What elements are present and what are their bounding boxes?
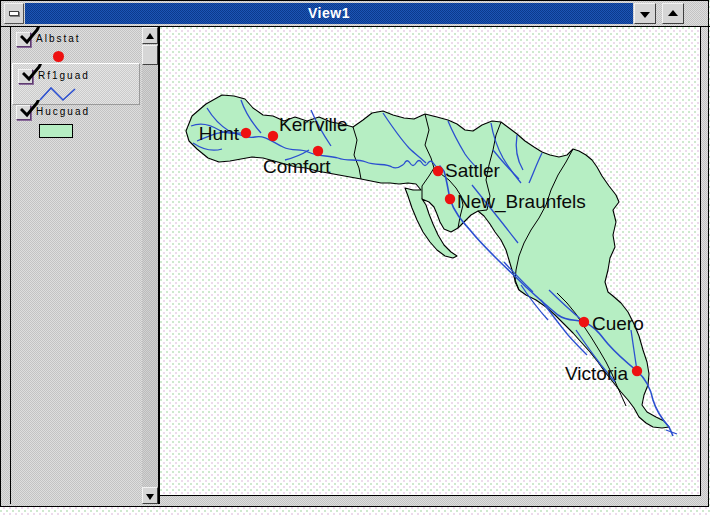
city-point xyxy=(241,128,251,138)
red-point-symbol xyxy=(39,51,64,62)
legend-item-hucguad[interactable]: Hucguad xyxy=(11,105,142,147)
city-label: New_Braunfels xyxy=(457,191,586,213)
desktop: { "window": { "title": "View1", "control… xyxy=(0,0,711,515)
map-canvas[interactable]: HuntKerrvilleComfortSattlerNew_Braunfels… xyxy=(159,26,701,496)
legend-item-rf1guad[interactable]: Rf1guad xyxy=(12,63,140,105)
title-bar[interactable]: View1 xyxy=(3,3,706,25)
layer-label: Hucguad xyxy=(36,106,90,117)
green-polygon-symbol xyxy=(39,124,73,138)
minimize-button[interactable] xyxy=(634,3,656,24)
scroll-up-arrow-icon xyxy=(146,33,154,39)
scroll-up-button[interactable] xyxy=(142,27,158,44)
city-point xyxy=(268,131,278,141)
maximize-button[interactable] xyxy=(662,3,684,24)
hucguad-checkbox[interactable] xyxy=(16,105,31,120)
scrollbar-thumb[interactable] xyxy=(142,45,158,65)
blue-line-symbol xyxy=(39,87,79,106)
city-label: Victoria xyxy=(565,363,628,384)
view-window: View1 Albstat xyxy=(0,0,709,507)
layer-label: Albstat xyxy=(36,33,81,44)
city-point xyxy=(632,366,642,376)
legend-panel: Albstat Rf1guad xyxy=(10,27,142,504)
city-label: Cuero xyxy=(592,313,644,334)
scroll-down-arrow-icon xyxy=(146,494,154,500)
city-label: Hunt xyxy=(199,123,240,144)
city-label: Kerrville xyxy=(279,114,348,135)
city-point xyxy=(313,146,323,156)
control-menu-dash-icon xyxy=(9,11,19,16)
maximize-arrow-icon xyxy=(668,10,678,16)
city-point xyxy=(433,166,443,176)
albstat-checkbox[interactable] xyxy=(16,32,31,47)
city-point xyxy=(579,317,589,327)
minimize-arrow-icon xyxy=(640,12,650,18)
rf1guad-checkbox[interactable] xyxy=(18,69,33,84)
control-menu-button[interactable] xyxy=(4,3,24,24)
city-point xyxy=(445,194,455,204)
city-label: Sattler xyxy=(445,160,501,181)
scroll-down-button[interactable] xyxy=(142,487,158,504)
window-title[interactable]: View1 xyxy=(25,3,633,24)
legend-scrollbar[interactable] xyxy=(142,27,158,504)
city-label: Comfort xyxy=(263,156,331,177)
layer-label: Rf1guad xyxy=(38,70,90,81)
